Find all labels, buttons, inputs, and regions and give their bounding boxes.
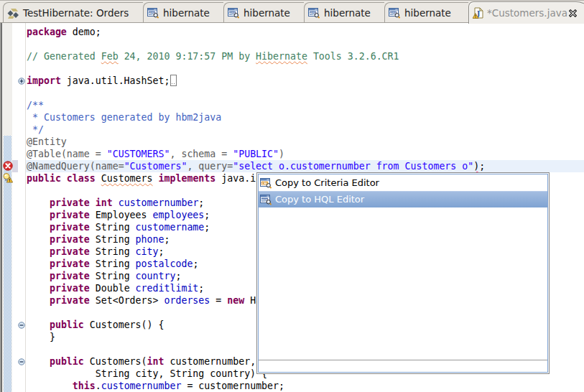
code-token: ; [198,197,204,208]
code-token [27,356,50,367]
code-line[interactable]: // Generated Feb 24, 2010 9:17:57 PM by … [26,50,584,62]
code-token: (name = [61,149,107,159]
code-token: String [90,222,136,233]
editor-tab-testhibernate-orders[interactable]: TestHibernate: Orders [3,2,143,23]
popup-item-label: Copy to Criteria Editor [275,177,379,188]
editor-tab-hibernate[interactable]: HQLhibernate [223,2,304,23]
code-token: "Customers" [124,161,187,172]
code-token: @NamedQuery [27,161,90,172]
code-line[interactable]: import java.util.HashSet; [26,75,584,87]
fold-collapsed-icon[interactable] [18,78,25,85]
tab-label: hibernate [163,7,210,19]
code-token: employees [153,210,205,220]
code-token: Customers [101,173,153,184]
collapsed-text-glyph [170,75,177,86]
code-token: new [227,295,244,306]
quick-assist-proposal-list[interactable]: CRICopy to Criteria EditorHQLCopy to HQL… [258,174,548,373]
code-token: Tools 3.2.6.CR1 [307,51,399,62]
editor-tab-hibernate[interactable]: HQLhibernate [384,2,468,23]
code-token: private [50,222,90,233]
fold-expanded-icon[interactable] [18,358,25,365]
code-token: private [50,234,90,245]
code-line[interactable]: /** [26,99,584,111]
code-token: ; [204,210,210,220]
code-token: , query= [187,161,233,172]
popup-item-copy-to-criteria-editor[interactable]: CRICopy to Criteria Editor [259,174,547,191]
error-icon[interactable] [3,161,13,171]
code-token: ; [175,271,181,281]
code-token: "PUBLIC" [233,149,279,159]
code-token: ) [279,149,284,159]
code-token: Hibernate [256,51,307,62]
code-token: country [136,271,176,281]
code-token [90,197,96,208]
editor-tab-bar: TestHibernate: OrdersHQLhibernateHQLhibe… [0,0,584,23]
code-token: public [50,356,84,367]
quick-assist-popup: CRICopy to Criteria EditorHQLCopy to HQL… [256,172,550,374]
code-token: . [96,381,101,391]
popup-status-area [259,360,547,372]
code-token: Customers( [84,356,147,367]
code-token: int [96,197,113,208]
code-token: class [67,173,96,184]
code-line-current[interactable]: @NamedQuery(name="Customers", query="sel… [26,160,584,172]
code-token: ; [193,258,198,269]
code-token: ; [159,246,164,257]
code-line[interactable]: @Entity [26,136,584,148]
code-token [27,271,50,281]
editor-tab--customers-java[interactable]: J*Customers.java [468,1,584,24]
editor-tab-hibernate[interactable]: HQLhibernate [143,2,223,23]
code-token [27,222,50,233]
eclipse-ide-window: TestHibernate: OrdersHQLhibernateHQLhibe… [0,0,584,392]
code-line[interactable]: */ [26,123,584,136]
tab-label: hibernate [404,7,451,19]
code-token: customername [136,222,205,233]
code-token: Set<Orders> [90,295,164,306]
code-token: Double [90,283,136,294]
code-token: postalcode [136,258,193,269]
close-icon[interactable] [569,9,577,17]
code-token [61,173,67,184]
hql-editor-icon: HQL [260,194,272,205]
code-token [27,197,50,208]
code-line[interactable]: this.customernumber = customernumber; [26,380,584,392]
code-token: implements [159,173,216,184]
code-token: } [27,332,55,342]
code-line[interactable] [26,38,584,50]
warning-quickfix-icon[interactable] [3,173,13,183]
code-token: private [50,210,90,220]
code-token: ; [204,222,210,233]
code-token: /** [27,100,44,111]
code-token [27,234,50,245]
hibernate-config-icon [7,7,19,19]
code-line[interactable] [26,62,584,75]
code-line[interactable]: * Customers generated by hbm2java [26,111,584,123]
code-token: String [90,258,136,269]
code-line[interactable]: package demo; [26,26,584,38]
popup-item-label: Copy to HQL Editor [275,194,364,205]
code-line[interactable] [26,87,584,99]
code-token [27,381,73,391]
tab-label: TestHibernate: Orders [23,7,129,19]
code-token: = [210,295,227,306]
code-token: this [73,381,96,391]
code-token [27,258,50,269]
criteria-editor-icon: CRI [260,177,272,189]
code-line[interactable]: @Table(name = "CUSTOMERS", schema = "PUB… [26,148,584,160]
code-token: public [27,173,61,184]
code-token [96,173,101,184]
code-token: ; [479,161,485,172]
popup-item-copy-to-hql-editor[interactable]: HQLCopy to HQL Editor [259,191,547,207]
fold-expanded-icon[interactable] [18,322,25,329]
quick-diff-indicator [12,160,18,172]
code-token: private [50,246,90,257]
editor-tab-hibernate[interactable]: HQLhibernate [304,2,384,23]
tab-label: hibernate [324,7,371,19]
code-token: (name= [90,161,124,172]
code-token [27,295,50,306]
code-token: String [90,271,136,281]
code-token: String [90,246,136,257]
code-token: String [90,234,136,245]
code-token [153,173,159,184]
hql-editor-icon: HQL [147,7,159,19]
